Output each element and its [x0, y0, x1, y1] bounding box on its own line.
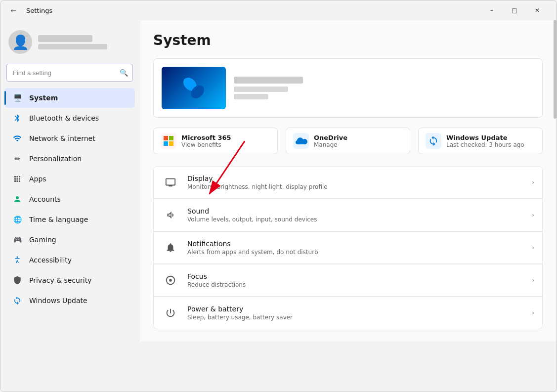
- settings-item-power[interactable]: Power & battery Sleep, battery usage, ba…: [153, 297, 543, 329]
- settings-item-focus[interactable]: Focus Reduce distractions ›: [153, 264, 543, 297]
- device-thumbnail: [162, 67, 226, 109]
- sidebar-item-privacy[interactable]: Privacy & security: [4, 270, 135, 290]
- maximize-button[interactable]: □: [503, 2, 526, 18]
- sound-chevron: ›: [532, 212, 534, 218]
- titlebar: ← Settings – □ ✕: [0, 0, 557, 20]
- svg-point-0: [16, 196, 19, 199]
- sidebar-label-gaming: Gaming: [29, 236, 56, 244]
- accounts-icon: [12, 194, 22, 204]
- sidebar-label-personalization: Personalization: [29, 155, 82, 163]
- power-icon: [162, 304, 179, 322]
- user-name: [38, 35, 92, 42]
- sound-text: Sound Volume levels, output, input, soun…: [187, 207, 524, 223]
- svg-point-10: [169, 279, 172, 282]
- settings-item-sound[interactable]: Sound Volume levels, output, input, soun…: [153, 199, 543, 231]
- svg-rect-9: [169, 141, 173, 146]
- back-button[interactable]: ←: [6, 3, 20, 17]
- settings-list: Display Monitors, brightness, night ligh…: [153, 166, 543, 329]
- onedrive-text: OneDrive Manage: [314, 134, 347, 148]
- update-icon: [12, 296, 22, 305]
- sidebar-label-update: Windows Update: [29, 297, 87, 305]
- power-desc: Sleep, battery usage, battery saver: [187, 314, 524, 321]
- svg-rect-6: [164, 136, 168, 140]
- scrollbar-track[interactable]: [553, 20, 557, 392]
- network-icon: [12, 133, 22, 143]
- sidebar-item-time[interactable]: 🌐 Time & language: [4, 210, 135, 229]
- display-desc: Monitors, brightness, night light, displ…: [187, 183, 524, 190]
- gaming-icon: 🎮: [12, 235, 22, 245]
- quick-links: Microsoft 365 View benefits OneDrive: [153, 128, 543, 154]
- sidebar-item-update[interactable]: Windows Update: [4, 291, 135, 310]
- sound-icon: [162, 206, 179, 224]
- onedrive-subtitle: Manage: [314, 141, 347, 148]
- quick-link-microsoft365[interactable]: Microsoft 365 View benefits: [153, 128, 278, 154]
- main-wrapper: System: [139, 20, 557, 392]
- settings-item-display[interactable]: Display Monitors, brightness, night ligh…: [153, 166, 543, 199]
- quick-link-onedrive[interactable]: OneDrive Manage: [286, 128, 410, 154]
- close-button[interactable]: ✕: [526, 2, 549, 18]
- device-sub-bar-1: [234, 87, 288, 92]
- sidebar-item-gaming[interactable]: 🎮 Gaming: [4, 230, 135, 250]
- sidebar-label-apps: Apps: [29, 175, 46, 183]
- notifications-title: Notifications: [187, 240, 524, 248]
- notifications-icon: [162, 239, 179, 257]
- microsoft365-icon: [161, 133, 176, 149]
- sidebar-label-system: System: [29, 94, 58, 102]
- sidebar-nav: 🖥️ System Bluetooth & devices Network & …: [0, 87, 139, 311]
- device-name-bar: [234, 77, 303, 84]
- quick-link-windowsupdate[interactable]: Windows Update Last checked: 3 hours ago: [418, 128, 543, 154]
- device-info: [234, 77, 534, 99]
- window-controls: – □ ✕: [480, 2, 549, 18]
- titlebar-left: ← Settings: [6, 3, 52, 17]
- display-text: Display Monitors, brightness, night ligh…: [187, 174, 524, 190]
- user-profile[interactable]: 👤: [0, 24, 139, 62]
- svg-rect-8: [164, 141, 168, 146]
- windowsupdate-title: Windows Update: [446, 134, 524, 141]
- avatar: 👤: [8, 30, 32, 54]
- personalization-icon: ✏️: [12, 154, 22, 164]
- notifications-text: Notifications Alerts from apps and syste…: [187, 240, 524, 256]
- sidebar-item-system[interactable]: 🖥️ System: [4, 88, 135, 108]
- windowsupdate-text: Windows Update Last checked: 3 hours ago: [446, 134, 524, 148]
- settings-item-notifications[interactable]: Notifications Alerts from apps and syste…: [153, 231, 543, 264]
- sidebar: 👤 🔍 🖥️ System: [0, 20, 139, 392]
- app-content: 👤 🔍 🖥️ System: [0, 20, 557, 392]
- microsoft365-subtitle: View benefits: [181, 141, 231, 148]
- svg-rect-7: [169, 136, 173, 140]
- windowsupdate-subtitle: Last checked: 3 hours ago: [446, 141, 524, 148]
- search-input[interactable]: [6, 64, 133, 82]
- sidebar-item-network[interactable]: Network & internet: [4, 129, 135, 148]
- sidebar-item-apps[interactable]: Apps: [4, 169, 135, 189]
- sidebar-label-network: Network & internet: [29, 134, 95, 142]
- windowsupdate-icon: [426, 133, 441, 149]
- sidebar-label-privacy: Privacy & security: [29, 276, 91, 284]
- sound-desc: Volume levels, output, input, sound devi…: [187, 216, 524, 223]
- power-text: Power & battery Sleep, battery usage, ba…: [187, 305, 524, 321]
- settings-window: ← Settings – □ ✕ 👤: [0, 0, 557, 392]
- sidebar-item-accounts[interactable]: Accounts: [4, 189, 135, 209]
- sidebar-item-accessibility[interactable]: Accessibility: [4, 250, 135, 270]
- user-email: [38, 44, 107, 49]
- sidebar-label-accessibility: Accessibility: [29, 256, 72, 264]
- sidebar-label-bluetooth: Bluetooth & devices: [29, 114, 99, 122]
- main-content: System: [139, 20, 557, 341]
- bluetooth-icon: [12, 113, 22, 123]
- device-sub-bar-2: [234, 94, 268, 99]
- display-title: Display: [187, 174, 524, 182]
- focus-desc: Reduce distractions: [187, 281, 524, 288]
- search-box: 🔍: [6, 64, 133, 82]
- focus-title: Focus: [187, 272, 524, 280]
- sidebar-label-time: Time & language: [29, 216, 88, 223]
- scrollbar-thumb: [554, 20, 557, 119]
- microsoft365-text: Microsoft 365 View benefits: [181, 134, 231, 148]
- sound-title: Sound: [187, 207, 524, 215]
- display-icon: [162, 174, 179, 191]
- focus-text: Focus Reduce distractions: [187, 272, 524, 288]
- sidebar-item-personalization[interactable]: ✏️ Personalization: [4, 149, 135, 169]
- device-card: [153, 58, 543, 118]
- sidebar-item-bluetooth[interactable]: Bluetooth & devices: [4, 108, 135, 128]
- display-chevron: ›: [532, 179, 534, 186]
- user-icon: 👤: [12, 34, 29, 50]
- microsoft365-title: Microsoft 365: [181, 134, 231, 141]
- minimize-button[interactable]: –: [480, 2, 503, 18]
